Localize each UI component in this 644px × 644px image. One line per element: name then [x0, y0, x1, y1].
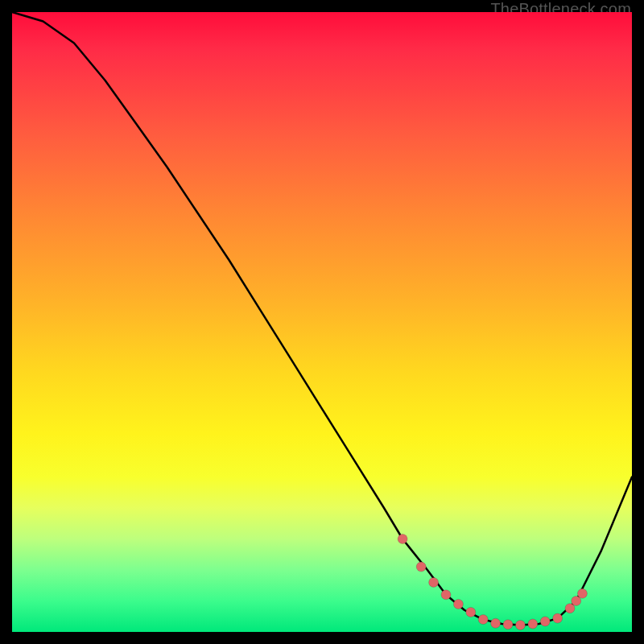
chart-frame: TheBottleneck.com	[0, 0, 644, 644]
plot-area	[12, 12, 632, 632]
svg-point-15	[577, 588, 587, 598]
svg-point-2	[429, 577, 439, 587]
svg-point-3	[441, 590, 451, 600]
curve-svg	[12, 12, 632, 632]
svg-point-6	[478, 615, 488, 625]
highlight-dots	[398, 535, 587, 630]
svg-point-0	[398, 535, 407, 544]
svg-point-1	[416, 562, 426, 572]
svg-point-8	[503, 620, 513, 630]
svg-point-9	[515, 621, 525, 630]
bottleneck-curve	[12, 12, 632, 625]
svg-point-11	[540, 617, 550, 626]
svg-point-4	[453, 599, 463, 609]
svg-point-7	[491, 618, 501, 628]
svg-point-10	[528, 619, 538, 629]
svg-point-12	[553, 613, 563, 623]
svg-point-5	[466, 607, 476, 617]
